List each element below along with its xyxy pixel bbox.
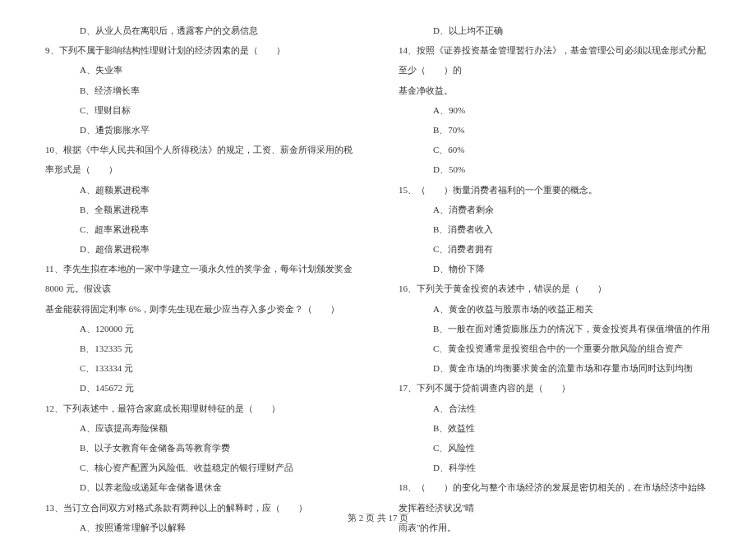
q16-option-a: A、黄金的收益与股票市场的收益正相关 — [399, 299, 711, 319]
page-body: D、从业人员在离职后，透露客户的交易信息 9、下列不属于影响结构性理财计划的经济… — [45, 21, 711, 489]
q14-option-b: B、70% — [399, 120, 711, 140]
q13-option-d: D、以上均不正确 — [399, 21, 711, 40]
q16-option-d: D、黄金市场的均衡要求黄金的流量市场和存量市场同时达到均衡 — [399, 358, 711, 378]
q9-stem: 9、下列不属于影响结构性理财计划的经济因素的是（ ） — [45, 40, 357, 60]
q11-option-c: C、133334 元 — [45, 358, 357, 378]
q17-option-c: C、风险性 — [399, 438, 711, 458]
q12-option-a: A、应该提高寿险保额 — [45, 418, 357, 438]
q9-option-a: A、失业率 — [45, 60, 357, 80]
q10-option-a: A、超额累进税率 — [45, 180, 357, 200]
q9-option-c: C、理财目标 — [45, 100, 357, 120]
right-column: D、以上均不正确 14、按照《证券投资基金管理暂行办法》，基金管理公司必须以现金… — [399, 21, 711, 489]
q16-stem: 16、下列关于黄金投资的表述中，错误的是（ ） — [399, 279, 711, 298]
q11-option-a: A、120000 元 — [45, 319, 357, 338]
q10-option-b: B、全额累进税率 — [45, 200, 357, 219]
q12-option-b: B、以子女教育年金储备高等教育学费 — [45, 438, 357, 458]
q10-stem: 10、根据《中华人民共和国个人所得税法》的规定，工资、薪金所得采用的税率形式是（… — [45, 140, 357, 179]
q9-option-b: B、经济增长率 — [45, 81, 357, 100]
q17-option-b: B、效益性 — [399, 418, 711, 438]
q11-option-d: D、145672 元 — [45, 378, 357, 398]
q17-option-a: A、合法性 — [399, 398, 711, 418]
q10-option-d: D、超倍累进税率 — [45, 239, 357, 259]
q14-option-c: C、60% — [399, 140, 711, 159]
q15-option-d: D、物价下降 — [399, 259, 711, 279]
q15-option-c: C、消费者拥有 — [399, 239, 711, 259]
left-column: D、从业人员在离职后，透露客户的交易信息 9、下列不属于影响结构性理财计划的经济… — [45, 21, 357, 489]
q14-stem-cont: 基金净收益。 — [399, 81, 711, 100]
q12-option-d: D、以养老险或递延年金储备退休金 — [45, 477, 357, 497]
q17-option-d: D、科学性 — [399, 458, 711, 477]
q14-stem: 14、按照《证券投资基金管理暂行办法》，基金管理公司必须以现金形式分配至少（ ）… — [399, 40, 711, 80]
q16-option-b: B、一般在面对通货膨胀压力的情况下，黄金投资具有保值增值的作用 — [399, 319, 711, 338]
q14-option-a: A、90% — [399, 100, 711, 120]
q11-stem: 11、李先生拟在本地的一家中学建立一项永久性的奖学金，每年计划颁发奖金 8000… — [45, 259, 357, 298]
q8-option-d: D、从业人员在离职后，透露客户的交易信息 — [45, 21, 357, 40]
q10-option-c: C、超率累进税率 — [45, 219, 357, 239]
q12-stem: 12、下列表述中，最符合家庭成长期理财特征的是（ ） — [45, 398, 357, 418]
q12-option-c: C、核心资产配置为风险低、收益稳定的银行理财产品 — [45, 458, 357, 477]
q9-option-d: D、通货膨胀水平 — [45, 120, 357, 140]
q16-option-c: C、黄金投资通常是投资组合中的一个重要分散风险的组合资产 — [399, 338, 711, 358]
page-footer: 第 2 页 共 17 页 — [0, 512, 756, 524]
q15-option-a: A、消费者剩余 — [399, 200, 711, 219]
q11-stem-cont: 基金能获得固定利率 6%，则李先生现在最少应当存入多少资金？（ ） — [45, 299, 357, 319]
q15-option-b: B、消费者收入 — [399, 219, 711, 239]
q15-stem: 15、（ ）衡量消费者福利的一个重要的概念。 — [399, 180, 711, 200]
q17-stem: 17、下列不属于贷前调查内容的是（ ） — [399, 378, 711, 398]
q14-option-d: D、50% — [399, 159, 711, 179]
q11-option-b: B、132335 元 — [45, 338, 357, 358]
